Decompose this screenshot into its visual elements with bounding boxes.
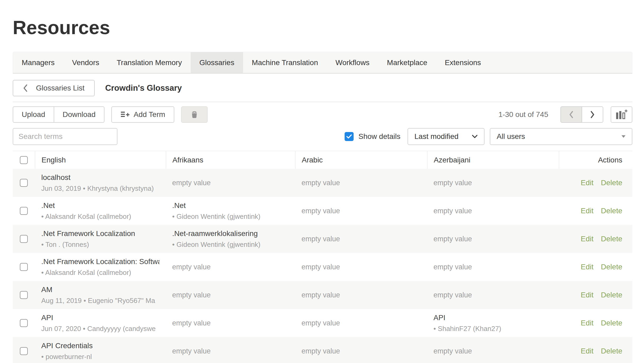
table-header-row: English Afrikaans Arabic Azerbaijani Act…	[13, 151, 632, 169]
header-cell-azerbaijani: Azerbaijani	[427, 151, 559, 169]
sort-select[interactable]: Last modified	[408, 128, 485, 145]
delete-link[interactable]: Delete	[601, 235, 622, 243]
row-select-cell	[13, 225, 35, 253]
add-term-button-label: Add Term	[134, 110, 165, 119]
previous-page-button[interactable]	[560, 106, 582, 123]
empty-value: empty value	[302, 347, 421, 355]
row-checkbox[interactable]	[20, 263, 28, 271]
tab-marketplace[interactable]: Marketplace	[378, 52, 436, 73]
filter-row: Show details Last modified All users	[13, 128, 632, 145]
cell-english: AM Aug 11, 2019 • Eugenio "Ryo567" Ma	[35, 281, 166, 309]
show-details-checkbox[interactable]	[345, 132, 354, 141]
table-row: .Net Framework Localization: Softwa • Al…	[13, 253, 632, 281]
search-terms-input[interactable]	[13, 128, 117, 145]
delete-link[interactable]: Delete	[601, 291, 622, 299]
edit-link[interactable]: Edit	[581, 291, 593, 299]
cell-arabic: empty value	[295, 169, 427, 197]
term-text: AM	[41, 285, 159, 294]
back-chevron-icon	[23, 84, 28, 92]
tab-extensions[interactable]: Extensions	[436, 52, 490, 73]
header-cell-afrikaans: Afrikaans	[166, 151, 295, 169]
tab-workflows[interactable]: Workflows	[327, 52, 378, 73]
next-page-button[interactable]	[582, 106, 603, 123]
edit-link[interactable]: Edit	[581, 179, 593, 187]
page-title: Resources	[13, 15, 632, 40]
download-button[interactable]: Download	[54, 106, 105, 123]
edit-link[interactable]: Edit	[581, 235, 593, 243]
empty-value: empty value	[433, 291, 552, 299]
table-row: API Jun 07, 2020 • Candyyyyy (candyswe e…	[13, 309, 632, 337]
term-text: API	[41, 313, 159, 323]
resources-page: Resources Managers Vendors Translation M…	[13, 15, 632, 363]
delete-selected-button[interactable]	[181, 106, 208, 123]
cell-english: API Jun 07, 2020 • Candyyyyy (candyswe	[35, 309, 166, 337]
cell-azerbaijani: empty value	[427, 337, 559, 363]
row-checkbox[interactable]	[20, 179, 28, 187]
breadcrumb: Glossaries List Crowdin's Glossary	[13, 80, 632, 96]
chevron-left-icon	[569, 111, 574, 119]
delete-link[interactable]: Delete	[601, 347, 622, 355]
table-row: localhost Jun 03, 2019 • Khrystyna (khry…	[13, 169, 632, 197]
cell-arabic: empty value	[295, 309, 427, 337]
row-checkbox[interactable]	[20, 207, 28, 215]
tab-managers[interactable]: Managers	[13, 52, 63, 73]
edit-link[interactable]: Edit	[581, 319, 593, 327]
trash-icon	[190, 109, 199, 120]
cell-arabic: empty value	[295, 337, 427, 363]
cell-english: localhost Jun 03, 2019 • Khrystyna (khry…	[35, 169, 166, 197]
empty-value: empty value	[433, 263, 552, 271]
empty-value: empty value	[302, 263, 421, 271]
show-details-toggle[interactable]: Show details	[345, 132, 400, 141]
term-text: API Credentials	[41, 341, 159, 351]
empty-value: empty value	[172, 319, 289, 327]
delete-link[interactable]: Delete	[601, 179, 622, 187]
sort-select-value: Last modified	[414, 132, 459, 141]
add-term-button[interactable]: Add Term	[111, 106, 174, 123]
cell-afrikaans: empty value	[166, 169, 295, 197]
glossary-title: Crowdin's Glossary	[105, 83, 182, 93]
empty-value: empty value	[172, 291, 289, 299]
edit-link[interactable]: Edit	[581, 347, 593, 355]
delete-link[interactable]: Delete	[601, 319, 622, 327]
header-cell-arabic: Arabic	[295, 151, 427, 169]
term-text: .Net	[172, 201, 289, 210]
cell-azerbaijani: API • ShahinF27 (Khan27)	[427, 309, 559, 337]
header-cell-actions: Actions	[559, 151, 632, 169]
empty-value: empty value	[302, 207, 421, 215]
tab-vendors[interactable]: Vendors	[63, 52, 108, 73]
term-meta: • Gideon Wentink (gjwentink)	[172, 240, 289, 249]
term-text: .Net Framework Localization: Softwa	[41, 257, 159, 266]
empty-value: empty value	[172, 347, 289, 355]
row-select-cell	[13, 309, 35, 337]
delete-link[interactable]: Delete	[601, 263, 622, 271]
term-meta: • powerburner-nl	[41, 352, 159, 361]
term-text: localhost	[41, 173, 159, 182]
tab-translation-memory[interactable]: Translation Memory	[108, 52, 190, 73]
edit-link[interactable]: Edit	[581, 207, 593, 215]
manage-columns-button[interactable]	[611, 106, 632, 123]
cell-arabic: empty value	[295, 197, 427, 225]
upload-button[interactable]: Upload	[13, 106, 54, 123]
pagination-range: 1-30 out of 745	[499, 110, 548, 119]
cell-actions: Edit Delete	[559, 309, 632, 337]
table-row: .Net Framework Localization • Ton . (Ton…	[13, 225, 632, 253]
cell-actions: Edit Delete	[559, 197, 632, 225]
row-checkbox[interactable]	[20, 319, 28, 327]
select-all-checkbox[interactable]	[20, 156, 28, 164]
users-filter-select[interactable]: All users	[490, 128, 632, 145]
row-checkbox[interactable]	[20, 291, 28, 299]
term-meta: • Alaksandr Košal (callmebor)	[41, 212, 159, 221]
table-row: API Credentials • powerburner-nl empty v…	[13, 337, 632, 363]
tab-machine-translation[interactable]: Machine Translation	[243, 52, 327, 73]
row-select-cell	[13, 197, 35, 225]
cell-afrikaans: empty value	[166, 253, 295, 281]
row-checkbox[interactable]	[20, 235, 28, 243]
glossaries-list-back-button[interactable]: Glossaries List	[13, 80, 95, 96]
term-meta: Aug 11, 2019 • Eugenio "Ryo567" Ma	[41, 296, 159, 305]
tab-glossaries[interactable]: Glossaries	[191, 52, 243, 73]
edit-link[interactable]: Edit	[581, 263, 593, 271]
show-details-label: Show details	[358, 132, 400, 141]
delete-link[interactable]: Delete	[601, 207, 622, 215]
term-meta: Jun 03, 2019 • Khrystyna (khrystyna)	[41, 184, 159, 193]
row-checkbox[interactable]	[20, 347, 28, 355]
